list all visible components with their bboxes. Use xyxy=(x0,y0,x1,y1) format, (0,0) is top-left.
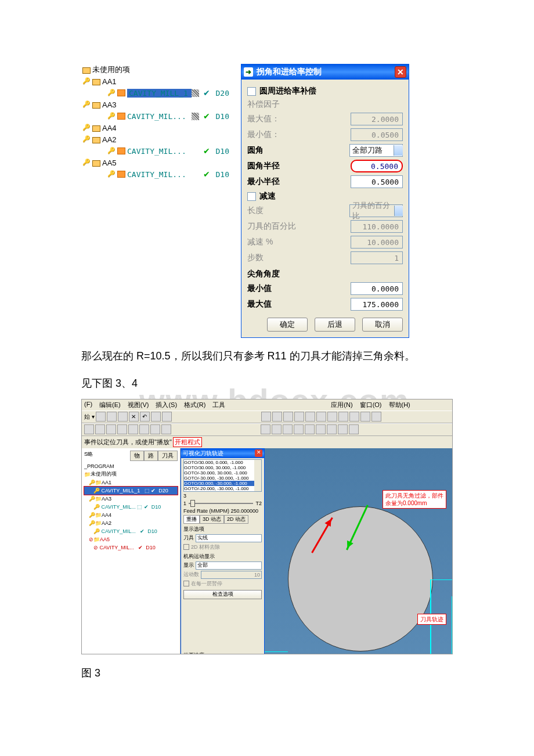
3d-viewport[interactable]: 此刀具无角过滤，部件余量为0.000mm 刀具轨迹 xyxy=(265,448,452,654)
toolbar-icon[interactable] xyxy=(150,424,160,434)
toolbar-icon[interactable] xyxy=(272,424,282,434)
toolbar-icon[interactable] xyxy=(106,424,116,434)
toolbar-icon[interactable] xyxy=(107,412,117,422)
toolbar-icon[interactable] xyxy=(305,412,315,422)
toolbar-icon[interactable] xyxy=(349,412,359,422)
list-scrollbar[interactable] xyxy=(254,460,261,491)
menu-item[interactable]: 工具 xyxy=(212,401,225,409)
menu-item[interactable]: 插入(S) xyxy=(156,401,177,409)
toolbar-icon[interactable] xyxy=(84,424,94,434)
cancel-button[interactable]: 取消 xyxy=(362,318,403,332)
toolbar-icon[interactable] xyxy=(371,412,381,422)
tree-node-aa4[interactable]: AA4 xyxy=(81,122,229,134)
bdlg-titlebar[interactable]: 可视化刀轨轨迹 ✕ xyxy=(181,449,264,458)
toolbar-icon[interactable] xyxy=(162,412,172,422)
fillet-select[interactable]: 全部刀路 xyxy=(349,144,403,157)
toolbar-icon[interactable] xyxy=(95,424,105,434)
menu-item[interactable]: 应用(N) xyxy=(331,401,352,409)
tree-op-row[interactable]: CAVITY_MIL... ✔ D10 xyxy=(81,145,229,157)
tree-node-aa3[interactable]: AA3 xyxy=(81,99,229,110)
toolbar-icon[interactable] xyxy=(283,412,293,422)
menu-item[interactable]: 格式(R) xyxy=(184,401,205,409)
toolbar-icon[interactable]: ✕ xyxy=(129,412,139,422)
btree-item[interactable]: 🔑📁AA4 xyxy=(84,511,178,519)
tree-node-aa2[interactable]: AA2 xyxy=(81,134,229,145)
checkbox-decel[interactable] xyxy=(247,192,256,201)
btree-item[interactable]: 🔑 CAVITY_MIL... ✔ D10 xyxy=(84,527,178,535)
tree-tab[interactable]: 物 xyxy=(130,451,144,461)
toolbar-icon[interactable] xyxy=(261,424,270,434)
checkbox-circum-feed[interactable] xyxy=(247,87,256,96)
toolbar-icon[interactable] xyxy=(316,424,326,434)
btree-item[interactable]: 🔑 CAVITY_MIL... ⬚ ✔ D10 xyxy=(84,503,178,511)
toolbar-icon[interactable]: ↶ xyxy=(140,412,150,422)
min-radius-input[interactable] xyxy=(351,175,403,188)
fillet-radius-input[interactable] xyxy=(351,160,403,172)
tab-3d[interactable]: 3D 动态 xyxy=(200,515,224,524)
close-icon[interactable]: ✕ xyxy=(395,66,406,78)
toolbar-icon[interactable] xyxy=(117,424,127,434)
btree-selected-op[interactable]: 🔑 CAVITY_MILL_1 ⬚ ✔ D20 xyxy=(84,487,178,495)
toolbar-icon[interactable] xyxy=(261,412,271,422)
dialog-icon: ➜ xyxy=(244,67,253,77)
slider-thumb[interactable] xyxy=(190,500,195,507)
toolbar-icon[interactable] xyxy=(338,412,348,422)
position-slider[interactable] xyxy=(189,500,253,507)
toolbar-icon[interactable] xyxy=(128,424,138,434)
btree-item[interactable]: 📁未使用的项 xyxy=(84,470,178,478)
tree-op-row[interactable]: CAVITY_MIL... ✔ D10 xyxy=(81,168,229,180)
btree-item[interactable]: 🔑📁AA1 xyxy=(84,478,178,487)
hint-text: 事件以定位刀具，或使用"播放" xyxy=(84,438,172,447)
toolbar-icon[interactable] xyxy=(161,424,171,434)
btree-item[interactable]: 🔑📁AA2 xyxy=(84,519,178,527)
dialog-titlebar[interactable]: ➜ 拐角和进给率控制 ✕ xyxy=(241,64,409,80)
toolbar-icon[interactable] xyxy=(96,412,106,422)
toolbar-icon[interactable] xyxy=(349,424,359,434)
menu-item[interactable]: 编辑(E) xyxy=(99,401,121,409)
menu-item[interactable]: 窗口(O) xyxy=(360,401,382,409)
tool-display-select[interactable]: 实线 xyxy=(196,534,262,542)
toolbar-icon[interactable] xyxy=(294,412,304,422)
unused-items-node[interactable]: 未使用的项 xyxy=(81,64,229,75)
toolbar-icon[interactable] xyxy=(151,412,161,422)
menu-item[interactable]: (F) xyxy=(84,401,92,409)
menu-item[interactable]: 帮助(H) xyxy=(389,401,410,409)
btree-item[interactable]: ⊘📁AA5 xyxy=(84,535,178,543)
tree-node-aa5[interactable]: AA5 xyxy=(81,157,229,168)
tree-node-aa1[interactable]: AA1 xyxy=(81,75,229,87)
display-select[interactable]: 全部 xyxy=(196,561,262,570)
tree-op-row[interactable]: CAVITY_MIL... ✔ D10 xyxy=(81,110,229,122)
toolbar-icon[interactable] xyxy=(360,412,370,422)
toolbar-icon[interactable] xyxy=(316,412,326,422)
toolbar-icon[interactable] xyxy=(139,424,149,434)
tab-replay[interactable]: 重播 xyxy=(183,515,200,524)
back-button[interactable]: 后退 xyxy=(315,318,355,332)
folder-icon xyxy=(92,79,100,85)
tree-tab[interactable]: 刀具 xyxy=(158,451,178,461)
toolbar-icon[interactable] xyxy=(283,424,293,434)
check-icon: ✔ xyxy=(203,88,210,98)
sharp-min-input[interactable] xyxy=(351,282,403,295)
check-options-button[interactable]: 检查选项 xyxy=(183,590,262,599)
goto-list[interactable]: GOTO/30.000, 0.000, -1.000 GOTO/30.000, … xyxy=(183,459,262,492)
tab-2d[interactable]: 2D 动态 xyxy=(224,515,248,524)
toolbar-icon[interactable] xyxy=(305,424,315,434)
toolbar-icon[interactable] xyxy=(327,424,337,434)
menu-item[interactable]: 视图(V) xyxy=(128,401,149,409)
sharp-max-input[interactable] xyxy=(351,298,403,311)
body-text-1: 那么现在的 R=10.5，所以我们只有参考 R11 的刀具才能清掉三角余料。 xyxy=(81,347,453,365)
tree-op-cavity-mill-1[interactable]: CAVITY_MILL_1 ✔ D20 xyxy=(81,87,229,99)
close-icon[interactable]: ✕ xyxy=(255,449,262,457)
toolbar-icon[interactable] xyxy=(327,412,337,422)
btree-item[interactable]: _PROGRAM xyxy=(84,462,178,470)
ok-button[interactable]: 确定 xyxy=(267,318,308,332)
toolbar-icon[interactable] xyxy=(272,412,282,422)
toolbar-icon[interactable] xyxy=(338,424,348,434)
tree-tab[interactable]: 路 xyxy=(144,451,158,461)
menubar[interactable]: (F) 编辑(E) 视图(V) 插入(S) 格式(R) 工具 应用(N) 窗口(… xyxy=(82,399,452,411)
key-icon xyxy=(82,135,91,143)
btree-item[interactable]: ⊘ CAVITY_MIL... ✔ D10 xyxy=(84,543,178,552)
btree-item[interactable]: 🔑📁AA3 xyxy=(84,495,178,503)
toolbar-icon[interactable] xyxy=(118,412,128,422)
toolbar-icon[interactable] xyxy=(294,424,304,434)
